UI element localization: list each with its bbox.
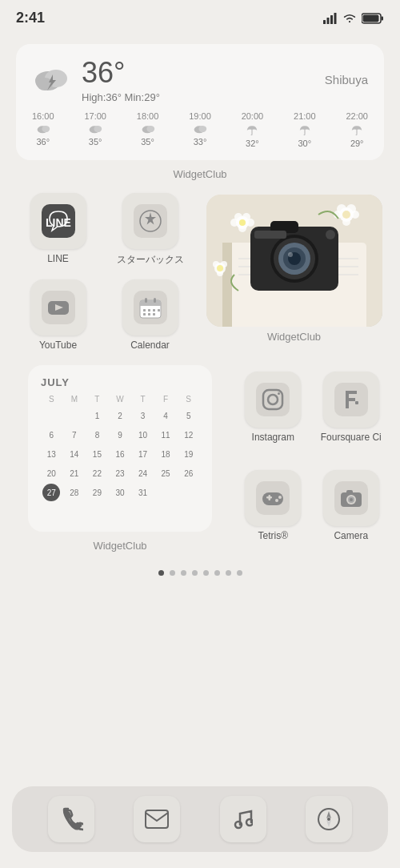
- weather-hour-1: 16:00 36°: [32, 111, 54, 148]
- app-item-tetris[interactable]: Tetris®: [236, 464, 310, 558]
- svg-marker-98: [326, 811, 331, 818]
- svg-point-56: [326, 230, 335, 239]
- svg-rect-39: [148, 313, 150, 315]
- svg-rect-38: [143, 313, 146, 315]
- cal-day-26: 26: [180, 464, 198, 482]
- dock-safari[interactable]: [306, 796, 352, 842]
- cal-day-18: 18: [157, 445, 174, 463]
- app-item-youtube[interactable]: YouTube: [12, 273, 104, 357]
- cal-day-9: 9: [111, 426, 129, 444]
- cal-day-empty2: [157, 484, 174, 501]
- widget-club-image: [206, 195, 382, 327]
- page-dots: [0, 570, 400, 576]
- instagram-icon: [245, 372, 301, 428]
- page-dot-1: [158, 570, 164, 576]
- cal-day-21: 21: [66, 464, 83, 482]
- cal-day-empty: [66, 407, 83, 424]
- cal-day-2: 2: [111, 407, 129, 424]
- cal-header-t2: T: [132, 393, 154, 405]
- youtube-icon: [30, 279, 86, 336]
- svg-rect-35: [148, 309, 150, 311]
- svg-point-70: [342, 211, 350, 219]
- umbrella-icon: [298, 124, 312, 135]
- cal-day-empty: [42, 407, 60, 424]
- cal-header-f: F: [155, 393, 177, 405]
- camera-app-icon: [323, 470, 379, 526]
- weather-hour-6: 21:00 30°: [294, 111, 316, 148]
- svg-rect-81: [355, 401, 358, 404]
- svg-point-11: [42, 126, 50, 132]
- svg-rect-37: [158, 309, 160, 311]
- svg-point-54: [288, 252, 293, 257]
- cloud-icon: [141, 124, 155, 134]
- svg-rect-3: [334, 13, 337, 24]
- app-label-camera: Camera: [334, 530, 368, 541]
- weather-icon: [32, 63, 74, 97]
- cal-day-empty4: [42, 503, 60, 520]
- svg-point-68: [351, 211, 359, 219]
- svg-rect-90: [346, 490, 353, 494]
- weather-hour-2: 17:00 35°: [84, 111, 106, 148]
- dock: [12, 786, 388, 852]
- cal-day-11: 11: [157, 426, 174, 444]
- tetris-icon: [245, 470, 301, 526]
- app-item-instagram[interactable]: Instagram: [236, 365, 310, 460]
- cal-day-4: 4: [157, 407, 174, 424]
- svg-point-100: [327, 818, 330, 821]
- weather-location: Shibuya: [325, 73, 368, 86]
- mid-section: JULY S M T W T F S 1 2 3 4 5 6 7 8: [0, 361, 400, 558]
- app-item-line[interactable]: LINE LINE: [12, 187, 104, 273]
- cal-month: JULY: [41, 376, 199, 388]
- svg-point-61: [246, 219, 254, 227]
- app-label-instagram: Instagram: [252, 432, 294, 443]
- cal-day-12: 12: [180, 426, 198, 444]
- cloud-icon: [36, 124, 50, 134]
- cal-header-s1: S: [41, 393, 62, 405]
- svg-rect-32: [145, 298, 147, 303]
- app-label-starbucks: スターバックス: [117, 253, 184, 267]
- cal-day-17: 17: [134, 445, 152, 463]
- app-item-starbucks[interactable]: スターバックス: [104, 187, 196, 273]
- cal-day-empty3: [180, 484, 198, 501]
- svg-rect-43: [222, 243, 232, 327]
- cal-header-s2: S: [178, 393, 199, 405]
- status-icons: [323, 13, 384, 24]
- cal-day-29: 29: [88, 484, 106, 501]
- svg-marker-99: [326, 820, 331, 827]
- page-dot-7: [226, 570, 231, 576]
- svg-point-69: [342, 218, 350, 226]
- calendar-icon: [122, 279, 178, 336]
- weather-widget: 36° High:36° Min:29° Shibuya 16:00 36° 1…: [16, 44, 384, 160]
- cal-day-19: 19: [180, 445, 198, 463]
- svg-rect-40: [153, 313, 155, 315]
- status-bar: 2:41: [0, 0, 400, 32]
- weather-hour-5: 20:00 32°: [242, 111, 264, 148]
- svg-point-93: [350, 498, 353, 501]
- svg-rect-1: [327, 18, 330, 24]
- cal-day-14: 14: [66, 445, 83, 463]
- weather-hour-3: 18:00 35°: [137, 111, 159, 148]
- umbrella-icon: [245, 124, 259, 135]
- cal-day-7: 7: [66, 426, 83, 444]
- status-time: 2:41: [16, 10, 45, 26]
- app-label-youtube: YouTube: [39, 340, 77, 351]
- dock-phone[interactable]: [48, 796, 94, 842]
- svg-rect-55: [254, 231, 286, 239]
- widget-club-label-3: WidgetClub: [93, 540, 146, 552]
- app-item-calendar[interactable]: Calendar: [104, 273, 196, 357]
- cal-header-w: W: [110, 393, 131, 405]
- cal-day-28: 28: [66, 484, 83, 501]
- cal-day-16: 16: [111, 445, 129, 463]
- app-item-camera[interactable]: Camera: [314, 464, 389, 558]
- dock-mail[interactable]: [134, 796, 180, 842]
- svg-rect-76: [256, 383, 290, 416]
- svg-rect-2: [330, 15, 333, 24]
- app-item-foursquare[interactable]: Foursquare Ci: [314, 365, 389, 460]
- svg-rect-85: [269, 495, 271, 500]
- cal-day-20: 20: [42, 464, 60, 482]
- svg-rect-94: [146, 810, 168, 828]
- svg-point-75: [217, 265, 223, 271]
- svg-point-13: [94, 126, 102, 132]
- dock-music[interactable]: [220, 796, 266, 842]
- cal-day-22: 22: [88, 464, 106, 482]
